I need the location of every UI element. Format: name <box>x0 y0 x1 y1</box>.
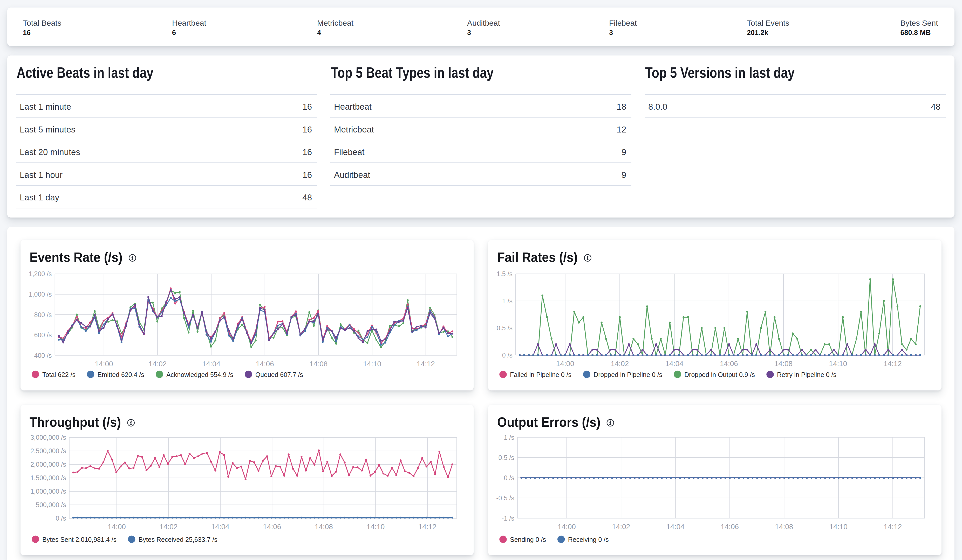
svg-text:1,000,000 /s: 1,000,000 /s <box>31 488 66 495</box>
svg-text:9: 9 <box>621 147 626 157</box>
svg-text:14:00: 14:00 <box>108 523 126 531</box>
svg-text:Dropped in Pipeline 0 /s: Dropped in Pipeline 0 /s <box>594 371 662 378</box>
svg-text:14:12: 14:12 <box>884 523 902 531</box>
svg-text:Last 5 minutes: Last 5 minutes <box>20 125 76 134</box>
svg-text:0 /s: 0 /s <box>56 515 66 522</box>
svg-text:14:10: 14:10 <box>366 523 384 531</box>
svg-text:14:12: 14:12 <box>417 360 435 368</box>
svg-text:14:04: 14:04 <box>202 360 220 368</box>
svg-text:16: 16 <box>302 125 312 134</box>
svg-text:1 /s: 1 /s <box>502 298 513 305</box>
svg-text:Last 20 minutes: Last 20 minutes <box>20 147 80 157</box>
svg-text:14:02: 14:02 <box>148 360 166 368</box>
svg-text:Auditbeat: Auditbeat <box>467 19 500 27</box>
svg-text:Top 5 Versions in last day: Top 5 Versions in last day <box>645 64 795 81</box>
svg-text:800 /s: 800 /s <box>34 311 52 319</box>
svg-text:Last 1 minute: Last 1 minute <box>20 102 71 111</box>
svg-text:3,000,000 /s: 3,000,000 /s <box>31 434 66 441</box>
svg-text:8.0.0: 8.0.0 <box>648 102 667 111</box>
svg-text:Last 1 day: Last 1 day <box>20 193 60 202</box>
svg-text:2,500,000 /s: 2,500,000 /s <box>31 447 66 454</box>
svg-text:Acknowledged 554.9 /s: Acknowledged 554.9 /s <box>166 371 233 378</box>
svg-text:14:06: 14:06 <box>263 523 281 531</box>
svg-text:Queued 607.7 /s: Queued 607.7 /s <box>255 371 303 378</box>
svg-text:Auditbeat: Auditbeat <box>334 170 370 180</box>
svg-text:14:04: 14:04 <box>211 523 229 531</box>
svg-text:Fail Rates (/s): Fail Rates (/s) <box>497 249 578 265</box>
svg-text:14:10: 14:10 <box>363 360 381 368</box>
svg-text:Heartbeat: Heartbeat <box>172 19 206 27</box>
svg-text:Throughput (/s): Throughput (/s) <box>29 415 121 430</box>
svg-text:14:06: 14:06 <box>720 360 738 368</box>
svg-text:9: 9 <box>621 170 626 180</box>
svg-text:18: 18 <box>617 102 626 111</box>
svg-text:14:08: 14:08 <box>309 360 328 368</box>
svg-text:Bytes Sent: Bytes Sent <box>901 19 938 27</box>
svg-text:Sending 0 /s: Sending 0 /s <box>510 536 546 543</box>
svg-text:14:00: 14:00 <box>95 360 113 368</box>
svg-text:0.5 /s: 0.5 /s <box>497 324 513 331</box>
svg-text:0 /s: 0 /s <box>504 474 514 481</box>
svg-text:6: 6 <box>172 29 176 37</box>
svg-text:Top 5 Beat Types in last day: Top 5 Beat Types in last day <box>331 64 494 81</box>
svg-text:14:06: 14:06 <box>256 360 274 368</box>
svg-text:4: 4 <box>317 29 321 37</box>
svg-text:16: 16 <box>302 170 312 180</box>
svg-text:Total 622 /s: Total 622 /s <box>42 371 76 378</box>
svg-text:3: 3 <box>609 29 613 37</box>
svg-text:Filebeat: Filebeat <box>609 19 637 27</box>
svg-text:14:08: 14:08 <box>775 360 793 368</box>
svg-text:Bytes Sent 2,010,981.4 /s: Bytes Sent 2,010,981.4 /s <box>42 536 116 543</box>
svg-text:14:02: 14:02 <box>611 360 629 368</box>
svg-text:600 /s: 600 /s <box>34 331 52 339</box>
svg-text:500,000 /s: 500,000 /s <box>36 501 66 509</box>
svg-text:14:12: 14:12 <box>884 360 902 368</box>
svg-text:-0.5 /s: -0.5 /s <box>496 494 514 502</box>
svg-text:Failed in Pipeline 0 /s: Failed in Pipeline 0 /s <box>510 371 571 378</box>
svg-text:14:08: 14:08 <box>315 523 333 531</box>
svg-text:14:00: 14:00 <box>556 360 574 368</box>
svg-text:0.5 /s: 0.5 /s <box>499 454 514 461</box>
svg-text:Receiving 0 /s: Receiving 0 /s <box>568 536 609 543</box>
svg-text:14:12: 14:12 <box>418 523 436 531</box>
svg-text:14:02: 14:02 <box>612 523 630 531</box>
svg-text:Metricbeat: Metricbeat <box>317 19 354 27</box>
svg-text:400 /s: 400 /s <box>34 352 52 359</box>
svg-text:16: 16 <box>302 102 312 111</box>
svg-text:Metricbeat: Metricbeat <box>334 125 374 134</box>
svg-text:Events Rate (/s): Events Rate (/s) <box>29 249 123 265</box>
svg-text:48: 48 <box>302 193 312 202</box>
svg-text:Output Errors (/s): Output Errors (/s) <box>497 415 600 430</box>
svg-text:16: 16 <box>23 29 31 37</box>
svg-text:48: 48 <box>931 102 941 111</box>
svg-text:16: 16 <box>302 147 312 157</box>
svg-text:14:10: 14:10 <box>829 360 847 368</box>
svg-text:2,000,000 /s: 2,000,000 /s <box>31 461 66 468</box>
svg-text:0 /s: 0 /s <box>502 352 513 359</box>
svg-text:Total Events: Total Events <box>747 19 789 27</box>
svg-text:3: 3 <box>467 29 471 37</box>
svg-text:1 /s: 1 /s <box>504 434 514 441</box>
svg-text:14:10: 14:10 <box>830 523 847 531</box>
svg-text:Dropped in Output 0.9 /s: Dropped in Output 0.9 /s <box>684 371 755 378</box>
svg-text:14:06: 14:06 <box>721 523 739 531</box>
svg-text:1,200 /s: 1,200 /s <box>29 270 52 277</box>
svg-text:Active Beats in last day: Active Beats in last day <box>17 64 153 81</box>
svg-text:201.2k: 201.2k <box>747 29 769 37</box>
svg-text:14:04: 14:04 <box>665 360 683 368</box>
svg-text:Last 1 hour: Last 1 hour <box>20 170 63 180</box>
svg-text:680.8 MB: 680.8 MB <box>901 29 931 37</box>
svg-text:-1 /s: -1 /s <box>502 515 514 522</box>
svg-text:1.5 /s: 1.5 /s <box>497 270 513 277</box>
svg-text:Emitted 620.4 /s: Emitted 620.4 /s <box>98 371 144 378</box>
svg-text:Total Beats: Total Beats <box>23 19 61 27</box>
svg-text:1,000 /s: 1,000 /s <box>29 291 52 298</box>
svg-text:Heartbeat: Heartbeat <box>334 102 371 111</box>
svg-text:1,500,000 /s: 1,500,000 /s <box>31 474 66 481</box>
svg-text:14:08: 14:08 <box>775 523 793 531</box>
svg-text:Retry in Pipeline 0 /s: Retry in Pipeline 0 /s <box>777 371 836 378</box>
svg-text:12: 12 <box>617 125 626 134</box>
svg-text:Bytes Received 25,633.7 /s: Bytes Received 25,633.7 /s <box>139 536 218 543</box>
svg-text:14:02: 14:02 <box>159 523 178 531</box>
svg-text:14:04: 14:04 <box>667 523 684 531</box>
